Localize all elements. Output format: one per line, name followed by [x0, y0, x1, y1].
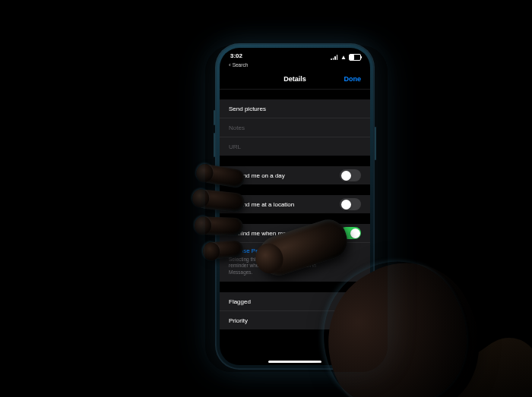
remind-location-toggle[interactable]: [340, 198, 361, 210]
content: Send pictures Notes URL Remind me on a d…: [220, 89, 370, 365]
url-placeholder: URL: [229, 143, 241, 150]
phone-frame: 3:02 Search ▲ Details Done Send pictures: [215, 43, 375, 370]
status-indicators: ▲: [331, 54, 361, 61]
remind-day-toggle[interactable]: [340, 169, 361, 181]
back-to-search[interactable]: Search: [229, 61, 248, 68]
remind-day-label: Remind me on a day: [229, 172, 285, 179]
remind-location-label: Remind me at a location: [229, 201, 294, 208]
notes-placeholder: Notes: [229, 124, 245, 131]
remind-day-row[interactable]: Remind me on a day: [220, 166, 370, 184]
done-button[interactable]: Done: [344, 69, 362, 89]
page-title: Details: [283, 75, 306, 83]
remind-location-row[interactable]: Remind me at a location: [220, 195, 370, 213]
choose-person-section: Choose Person Selecting this option will…: [220, 243, 370, 282]
remind-message-toggle[interactable]: [340, 227, 361, 239]
reminder-title-field[interactable]: Send pictures: [220, 99, 370, 118]
priority-value: None: [347, 317, 361, 324]
priority-row[interactable]: Priority None: [220, 311, 370, 329]
notes-field[interactable]: Notes: [220, 118, 370, 137]
battery-icon: [349, 54, 361, 61]
flagged-label: Flagged: [229, 298, 251, 305]
notch: [262, 48, 328, 58]
phone-screen: 3:02 Search ▲ Details Done Send pictures: [220, 48, 370, 365]
reminder-title: Send pictures: [229, 106, 266, 112]
flagged-row[interactable]: Flagged: [220, 292, 370, 311]
priority-label: Priority: [229, 317, 248, 324]
remind-message-label: Remind me when messaging: [229, 230, 307, 237]
wifi-icon: ▲: [340, 55, 347, 61]
volume-up-button: [214, 110, 215, 125]
scene: 3:02 Search ▲ Details Done Send pictures: [0, 0, 532, 397]
volume-down-button: [214, 133, 215, 157]
choose-person-link[interactable]: Choose Person: [229, 247, 361, 254]
side-button: [375, 127, 376, 160]
status-time: 3:02: [230, 52, 242, 59]
remind-message-row[interactable]: Remind me when messaging: [220, 224, 370, 243]
nav-bar: Details Done: [220, 69, 370, 90]
cellular-icon: [331, 55, 338, 60]
home-indicator[interactable]: [268, 361, 321, 363]
url-field[interactable]: URL: [220, 137, 370, 156]
choose-person-hint: Selecting this option will show the remi…: [229, 257, 320, 276]
